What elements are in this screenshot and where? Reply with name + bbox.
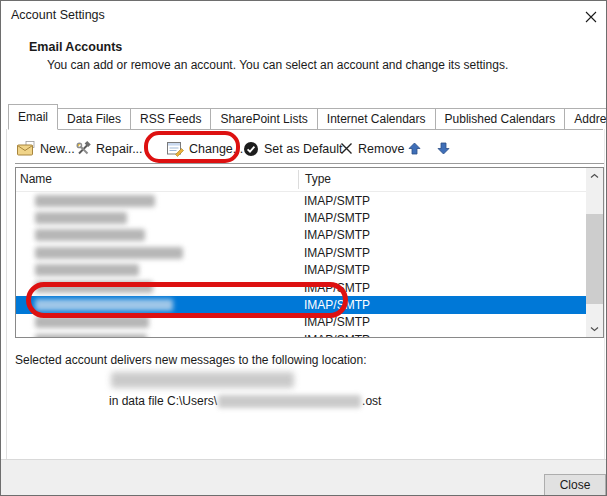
data-file-path-suffix: .ost xyxy=(362,394,381,408)
table-header: Name Type xyxy=(16,168,586,191)
dialog-footer xyxy=(1,459,606,495)
table-scrollbar[interactable] xyxy=(586,168,603,337)
tab-internet-calendars[interactable]: Internet Calendars xyxy=(317,108,436,129)
redacted-account-name xyxy=(35,195,155,207)
account-row[interactable]: IMAP/SMTP xyxy=(16,192,586,209)
arrow-up-icon xyxy=(407,141,422,156)
window-title: Account Settings xyxy=(11,8,105,22)
account-row[interactable]: IMAP/SMTP xyxy=(16,296,586,313)
tab-page-frame-left xyxy=(6,129,7,462)
repair-account-label: Repair... xyxy=(96,142,143,156)
remove-account-label: Remove xyxy=(358,142,405,156)
change-account-button[interactable]: Change... xyxy=(167,134,243,163)
tab-published-calendars[interactable]: Published Calendars xyxy=(435,108,566,129)
page-title: Email Accounts xyxy=(29,40,122,54)
account-rows: IMAP/SMTP IMAP/SMTP IMAP/SMTP IMAP/SMTP … xyxy=(16,192,586,337)
new-account-label: New... xyxy=(40,142,75,156)
page-description: You can add or remove an account. You ca… xyxy=(47,58,508,72)
scrollbar-down-button[interactable] xyxy=(586,321,603,337)
chevron-down-icon xyxy=(590,326,599,332)
edit-form-icon xyxy=(167,141,184,157)
x-icon xyxy=(340,142,353,155)
account-type: IMAP/SMTP xyxy=(304,298,370,312)
accounts-table: Name Type IMAP/SMTP IMAP/SMTP IMAP/SMTP … xyxy=(15,167,604,338)
tab-rss-feeds[interactable]: RSS Feeds xyxy=(130,108,211,129)
column-header-type[interactable]: Type xyxy=(305,172,331,186)
redacted-account-name xyxy=(35,281,153,293)
redacted-account-name xyxy=(35,334,147,337)
redacted-account-name xyxy=(35,247,183,259)
tab-sharepoint-lists[interactable]: SharePoint Lists xyxy=(210,108,317,129)
toolbar-separator xyxy=(15,163,604,164)
redacted-account-name xyxy=(35,264,139,276)
check-circle-icon xyxy=(243,141,259,157)
account-row[interactable]: IMAP/SMTP xyxy=(16,227,586,244)
account-settings-dialog: { "window": { "title": "Account Settings… xyxy=(0,0,607,496)
redacted-account-name xyxy=(35,212,127,224)
account-type: IMAP/SMTP xyxy=(304,246,370,260)
data-file-path-prefix: in data file C:\Users\ xyxy=(109,394,217,408)
chevron-up-icon xyxy=(590,173,599,179)
account-type: IMAP/SMTP xyxy=(304,194,370,208)
repair-account-button[interactable]: Repair... xyxy=(75,134,143,163)
redacted-account-name xyxy=(35,299,173,311)
account-type: IMAP/SMTP xyxy=(304,333,370,337)
account-row[interactable]: IMAP/SMTP xyxy=(16,244,586,261)
account-type: IMAP/SMTP xyxy=(304,211,370,225)
set-as-default-label: Set as Default xyxy=(264,142,343,156)
column-separator xyxy=(298,170,299,189)
account-type: IMAP/SMTP xyxy=(304,281,370,295)
account-type: IMAP/SMTP xyxy=(304,315,370,329)
redacted-account-address xyxy=(111,372,294,388)
account-row[interactable]: IMAP/SMTP xyxy=(16,262,586,279)
tools-icon xyxy=(75,141,91,157)
delivery-location-note: Selected account delivers new messages t… xyxy=(15,353,367,367)
arrow-down-icon xyxy=(436,141,451,156)
redacted-file-path xyxy=(218,395,361,408)
move-down-button[interactable] xyxy=(436,134,451,163)
window-close-button[interactable] xyxy=(583,9,599,25)
column-header-name[interactable]: Name xyxy=(20,172,52,186)
toolbar: New... Repair... Change... xyxy=(15,134,604,163)
data-file-path: in data file C:\Users\ .ost xyxy=(109,393,381,409)
account-row[interactable]: IMAP/SMTP xyxy=(16,314,586,331)
envelope-icon xyxy=(17,141,35,156)
tab-address-books[interactable]: Address Books xyxy=(564,108,607,129)
remove-account-button[interactable]: Remove xyxy=(340,134,405,163)
account-type: IMAP/SMTP xyxy=(304,228,370,242)
account-row[interactable]: IMAP/SMTP xyxy=(16,209,586,226)
scrollbar-thumb[interactable] xyxy=(586,214,603,304)
close-icon xyxy=(585,11,597,23)
tab-page-frame-right xyxy=(604,129,605,462)
tab-strip: Email Data Files RSS Feeds SharePoint Li… xyxy=(9,103,603,130)
set-as-default-button[interactable]: Set as Default xyxy=(243,134,343,163)
new-account-button[interactable]: New... xyxy=(17,134,75,163)
redacted-account-name xyxy=(35,229,145,241)
move-up-button[interactable] xyxy=(407,134,422,163)
close-button-label: Close xyxy=(560,478,591,492)
close-button[interactable]: Close xyxy=(544,474,606,496)
scrollbar-up-button[interactable] xyxy=(586,168,603,184)
tab-email[interactable]: Email xyxy=(8,104,58,130)
redacted-account-name xyxy=(35,316,149,328)
tab-data-files[interactable]: Data Files xyxy=(57,108,131,129)
account-type: IMAP/SMTP xyxy=(304,263,370,277)
account-row[interactable]: IMAP/SMTP xyxy=(16,331,586,337)
account-row[interactable]: IMAP/SMTP xyxy=(16,279,586,296)
change-account-label: Change... xyxy=(189,142,243,156)
